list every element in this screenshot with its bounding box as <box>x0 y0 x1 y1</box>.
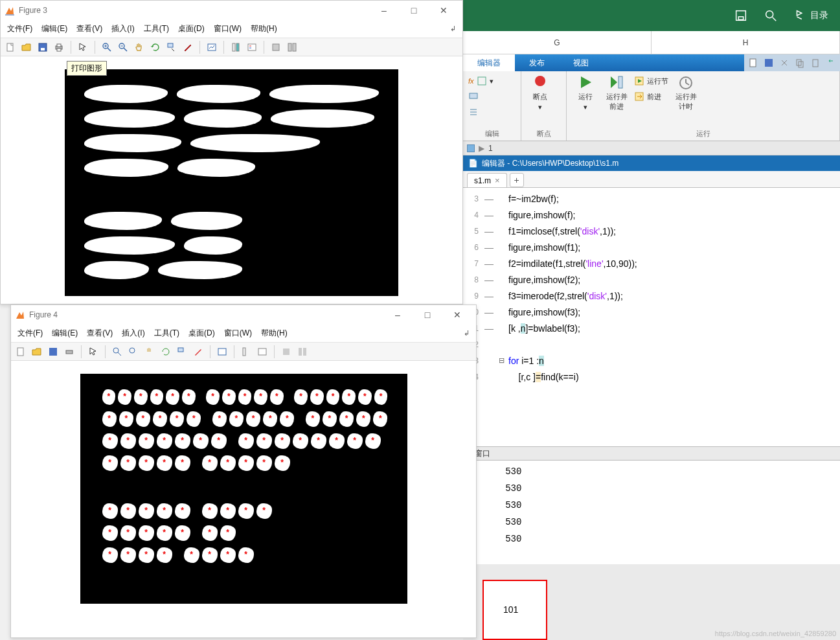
minimize-button[interactable]: – <box>369 1 399 20</box>
menu-desktop[interactable]: 桌面(D) <box>188 328 215 339</box>
figure3-menubar: 文件(F) 编辑(E) 查看(V) 插入(I) 工具(T) 桌面(D) 窗口(W… <box>1 20 462 38</box>
col-head-h[interactable]: H <box>652 31 840 54</box>
run-section-button[interactable]: 运行节 <box>634 74 668 88</box>
brush-icon[interactable] <box>181 40 195 54</box>
save-icon[interactable] <box>46 345 60 359</box>
dock-icon[interactable]: ↲ <box>450 25 456 33</box>
colorbar-icon[interactable] <box>239 345 253 359</box>
figure4-titlebar[interactable]: Figure 4 – □ ✕ <box>11 305 476 325</box>
rotate-icon[interactable] <box>159 345 173 359</box>
zoom-out-icon[interactable] <box>116 40 130 54</box>
undo-icon[interactable] <box>826 58 836 68</box>
link-icon[interactable] <box>205 40 219 54</box>
legend-icon[interactable] <box>255 345 269 359</box>
command-window-output[interactable]: 530 530 530 530 530 <box>463 461 840 564</box>
file-tab-s1[interactable]: s1.m × <box>467 173 507 187</box>
toc-button[interactable]: 目录 <box>793 8 828 23</box>
zoom-in-icon[interactable] <box>110 345 124 359</box>
menu-help[interactable]: 帮助(H) <box>251 23 277 34</box>
paste-icon[interactable] <box>810 58 821 68</box>
doc-icon[interactable] <box>748 58 758 68</box>
quick-access-toolbar <box>744 54 840 71</box>
colorbar-icon[interactable] <box>229 40 243 54</box>
save-icon[interactable] <box>734 8 748 23</box>
svg-rect-31 <box>243 348 245 356</box>
datacursor-icon[interactable] <box>175 345 189 359</box>
save-icon[interactable] <box>36 40 50 54</box>
section-breakpoints: 断点▾ 断点 <box>521 71 567 141</box>
menu-edit[interactable]: 编辑(E) <box>52 328 78 339</box>
show-plot-tools-icon[interactable] <box>295 345 310 359</box>
link-icon[interactable] <box>215 345 229 359</box>
menu-insert[interactable]: 插入(I) <box>111 23 134 34</box>
maximize-button[interactable]: □ <box>413 305 442 325</box>
close-button[interactable]: ✕ <box>429 1 459 20</box>
run-time-button[interactable]: 运行并 计时 <box>672 74 699 111</box>
brush-icon[interactable] <box>191 345 205 359</box>
minimize-button[interactable]: – <box>383 305 413 325</box>
tab-publish[interactable]: 发布 <box>515 54 559 71</box>
search-icon[interactable] <box>764 8 778 23</box>
datacursor-icon[interactable] <box>165 40 179 54</box>
svg-line-39 <box>773 17 777 21</box>
zoom-out-icon[interactable] <box>126 345 141 359</box>
menu-help[interactable]: 帮助(H) <box>261 328 288 339</box>
ans-value: 101 <box>503 604 518 615</box>
figure3-window: Figure 3 – □ ✕ 文件(F) 编辑(E) 查看(V) 插入(I) 工… <box>0 0 463 304</box>
pan-icon[interactable] <box>142 345 157 359</box>
cut-icon[interactable] <box>779 58 789 68</box>
open-icon[interactable] <box>30 345 44 359</box>
col-head-g[interactable]: G <box>463 31 652 54</box>
legend-icon[interactable] <box>245 40 259 54</box>
advance-button[interactable]: 前进 <box>634 89 668 104</box>
open-icon[interactable] <box>19 40 34 54</box>
maximize-button[interactable]: □ <box>399 1 429 20</box>
comment-button[interactable] <box>468 89 516 104</box>
pointer-icon[interactable] <box>86 345 100 359</box>
toolstrip-body: fx▾ 编辑 断点▾ 断点 运行▾ 运行并 前进 运行节 前进 运行并 计时 <box>463 71 840 141</box>
menu-window[interactable]: 窗口(W) <box>214 23 242 34</box>
run-advance-button[interactable]: 运行并 前进 <box>603 74 630 111</box>
save-icon[interactable] <box>764 58 774 68</box>
new-icon[interactable] <box>14 345 28 359</box>
add-tab-button[interactable]: + <box>510 173 524 187</box>
pan-icon[interactable] <box>132 40 146 54</box>
code-area[interactable]: 3—f=~im2bw(f);4—figure,imshow(f);5—f1=im… <box>463 188 840 446</box>
figure3-titlebar[interactable]: Figure 3 – □ ✕ <box>1 1 462 20</box>
close-tab-icon[interactable]: × <box>495 176 500 185</box>
menu-file[interactable]: 文件(F) <box>17 328 43 339</box>
tab-editor[interactable]: 编辑器 <box>463 54 515 71</box>
svg-rect-30 <box>218 349 226 355</box>
close-button[interactable]: ✕ <box>442 305 472 325</box>
dock-icon[interactable]: ↲ <box>464 329 470 337</box>
menu-window[interactable]: 窗口(W) <box>224 328 252 339</box>
zoom-in-icon[interactable] <box>100 40 114 54</box>
svg-rect-22 <box>293 43 296 51</box>
rotate-icon[interactable] <box>148 40 163 54</box>
svg-rect-20 <box>273 44 279 51</box>
menu-tools[interactable]: 工具(T) <box>144 23 169 34</box>
menu-desktop[interactable]: 桌面(D) <box>178 23 205 34</box>
tab-view[interactable]: 视图 <box>559 54 603 71</box>
print-icon[interactable] <box>62 345 76 359</box>
nav-marker-icon[interactable] <box>467 144 475 152</box>
menu-view[interactable]: 查看(V) <box>76 23 102 34</box>
copy-icon[interactable] <box>795 58 805 68</box>
hide-plot-tools-icon[interactable] <box>269 40 283 54</box>
indent-button[interactable] <box>468 105 516 119</box>
figure4-menubar: 文件(F) 编辑(E) 查看(V) 插入(I) 工具(T) 桌面(D) 窗口(W… <box>11 325 476 343</box>
hide-plot-tools-icon[interactable] <box>279 345 293 359</box>
breakpoints-button[interactable]: 断点▾ <box>527 74 554 111</box>
insert-fx-button[interactable]: fx▾ <box>468 74 516 88</box>
new-icon[interactable] <box>3 40 17 54</box>
menu-view[interactable]: 查看(V) <box>87 328 113 339</box>
menu-edit[interactable]: 编辑(E) <box>41 23 67 34</box>
menu-insert[interactable]: 插入(I) <box>122 328 144 339</box>
svg-rect-17 <box>248 44 256 51</box>
show-plot-tools-icon[interactable] <box>285 40 299 54</box>
menu-file[interactable]: 文件(F) <box>7 23 32 34</box>
menu-tools[interactable]: 工具(T) <box>154 328 179 339</box>
run-button[interactable]: 运行▾ <box>572 74 599 111</box>
print-icon[interactable] <box>52 40 66 54</box>
pointer-icon[interactable] <box>76 40 90 54</box>
